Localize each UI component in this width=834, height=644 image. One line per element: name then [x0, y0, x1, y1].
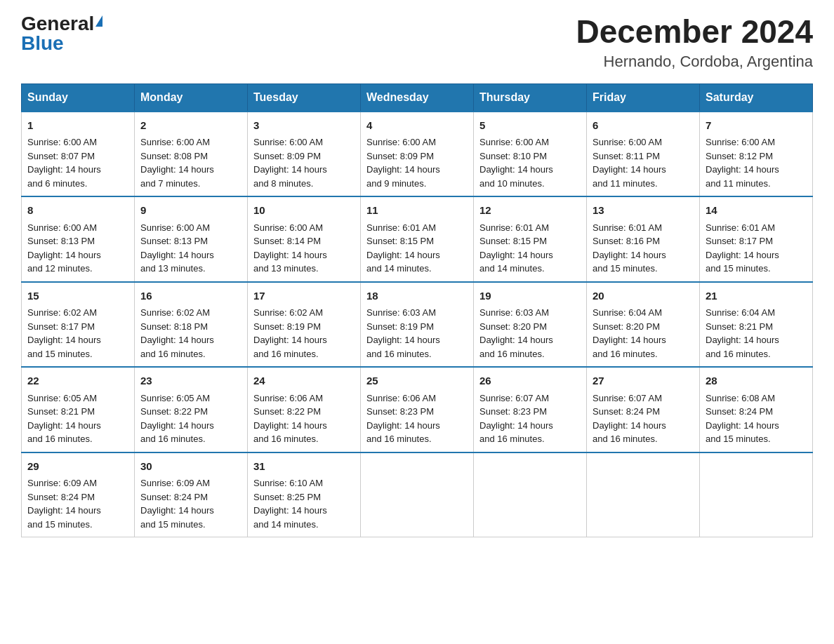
day-cell-9: 9Sunrise: 6:00 AMSunset: 8:13 PMDaylight…	[135, 196, 248, 282]
day-number: 3	[253, 118, 355, 134]
empty-cell	[700, 452, 813, 537]
day-info: Sunrise: 6:03 AMSunset: 8:19 PMDaylight:…	[366, 306, 468, 361]
day-number: 21	[706, 288, 807, 304]
day-info: Sunrise: 6:07 AMSunset: 8:24 PMDaylight:…	[593, 391, 694, 446]
day-cell-1: 1Sunrise: 6:00 AMSunset: 8:07 PMDaylight…	[22, 112, 135, 197]
day-info: Sunrise: 6:00 AMSunset: 8:11 PMDaylight:…	[593, 135, 694, 190]
day-number: 26	[479, 373, 581, 389]
logo: General Blue	[21, 14, 102, 53]
empty-cell	[587, 452, 700, 537]
day-header-monday: Monday	[135, 83, 248, 112]
day-number: 31	[253, 459, 355, 475]
day-number: 17	[253, 288, 355, 304]
day-info: Sunrise: 6:02 AMSunset: 8:19 PMDaylight:…	[253, 306, 355, 361]
day-info: Sunrise: 6:00 AMSunset: 8:09 PMDaylight:…	[366, 135, 468, 190]
day-number: 5	[479, 118, 581, 134]
day-cell-19: 19Sunrise: 6:03 AMSunset: 8:20 PMDayligh…	[474, 282, 587, 368]
day-info: Sunrise: 6:06 AMSunset: 8:22 PMDaylight:…	[253, 391, 355, 446]
day-cell-30: 30Sunrise: 6:09 AMSunset: 8:24 PMDayligh…	[135, 452, 248, 537]
title-section: December 2024 Hernando, Cordoba, Argenti…	[576, 14, 813, 71]
day-info: Sunrise: 6:04 AMSunset: 8:20 PMDaylight:…	[593, 306, 694, 361]
day-info: Sunrise: 6:06 AMSunset: 8:23 PMDaylight:…	[366, 391, 468, 446]
day-header-friday: Friday	[587, 83, 700, 112]
day-cell-20: 20Sunrise: 6:04 AMSunset: 8:20 PMDayligh…	[587, 282, 700, 368]
day-number: 24	[253, 373, 355, 389]
day-info: Sunrise: 6:01 AMSunset: 8:17 PMDaylight:…	[706, 221, 807, 276]
day-cell-14: 14Sunrise: 6:01 AMSunset: 8:17 PMDayligh…	[700, 196, 813, 282]
logo-general: General	[21, 14, 94, 34]
day-number: 11	[366, 203, 468, 219]
day-cell-7: 7Sunrise: 6:00 AMSunset: 8:12 PMDaylight…	[700, 112, 813, 197]
day-number: 20	[593, 288, 694, 304]
day-cell-23: 23Sunrise: 6:05 AMSunset: 8:22 PMDayligh…	[135, 367, 248, 452]
day-info: Sunrise: 6:05 AMSunset: 8:21 PMDaylight:…	[27, 391, 128, 446]
day-number: 18	[366, 288, 468, 304]
month-year-title: December 2024	[576, 14, 813, 50]
day-cell-28: 28Sunrise: 6:08 AMSunset: 8:24 PMDayligh…	[700, 367, 813, 452]
day-info: Sunrise: 6:00 AMSunset: 8:14 PMDaylight:…	[253, 221, 355, 276]
day-cell-3: 3Sunrise: 6:00 AMSunset: 8:09 PMDaylight…	[248, 112, 361, 197]
day-cell-27: 27Sunrise: 6:07 AMSunset: 8:24 PMDayligh…	[587, 367, 700, 452]
day-number: 13	[593, 203, 694, 219]
day-cell-29: 29Sunrise: 6:09 AMSunset: 8:24 PMDayligh…	[22, 452, 135, 537]
day-number: 16	[140, 288, 241, 304]
days-of-week-row: SundayMondayTuesdayWednesdayThursdayFrid…	[22, 83, 813, 112]
week-row-4: 22Sunrise: 6:05 AMSunset: 8:21 PMDayligh…	[22, 367, 813, 452]
day-number: 12	[479, 203, 581, 219]
day-info: Sunrise: 6:09 AMSunset: 8:24 PMDaylight:…	[140, 476, 241, 531]
day-number: 22	[27, 373, 128, 389]
day-cell-18: 18Sunrise: 6:03 AMSunset: 8:19 PMDayligh…	[361, 282, 474, 368]
day-info: Sunrise: 6:09 AMSunset: 8:24 PMDaylight:…	[27, 476, 128, 531]
day-info: Sunrise: 6:01 AMSunset: 8:15 PMDaylight:…	[366, 221, 468, 276]
calendar-table: SundayMondayTuesdayWednesdayThursdayFrid…	[21, 83, 813, 538]
day-number: 19	[479, 288, 581, 304]
day-cell-21: 21Sunrise: 6:04 AMSunset: 8:21 PMDayligh…	[700, 282, 813, 368]
day-info: Sunrise: 6:00 AMSunset: 8:07 PMDaylight:…	[27, 135, 128, 190]
day-info: Sunrise: 6:08 AMSunset: 8:24 PMDaylight:…	[706, 391, 807, 446]
day-cell-13: 13Sunrise: 6:01 AMSunset: 8:16 PMDayligh…	[587, 196, 700, 282]
day-header-thursday: Thursday	[474, 83, 587, 112]
week-row-5: 29Sunrise: 6:09 AMSunset: 8:24 PMDayligh…	[22, 452, 813, 537]
day-cell-17: 17Sunrise: 6:02 AMSunset: 8:19 PMDayligh…	[248, 282, 361, 368]
day-number: 30	[140, 459, 241, 475]
day-info: Sunrise: 6:00 AMSunset: 8:12 PMDaylight:…	[706, 135, 807, 190]
day-cell-8: 8Sunrise: 6:00 AMSunset: 8:13 PMDaylight…	[22, 196, 135, 282]
day-info: Sunrise: 6:00 AMSunset: 8:13 PMDaylight:…	[27, 221, 128, 276]
day-cell-4: 4Sunrise: 6:00 AMSunset: 8:09 PMDaylight…	[361, 112, 474, 197]
day-header-sunday: Sunday	[22, 83, 135, 112]
week-row-3: 15Sunrise: 6:02 AMSunset: 8:17 PMDayligh…	[22, 282, 813, 368]
day-info: Sunrise: 6:01 AMSunset: 8:16 PMDaylight:…	[593, 221, 694, 276]
day-info: Sunrise: 6:00 AMSunset: 8:09 PMDaylight:…	[253, 135, 355, 190]
week-row-2: 8Sunrise: 6:00 AMSunset: 8:13 PMDaylight…	[22, 196, 813, 282]
day-cell-12: 12Sunrise: 6:01 AMSunset: 8:15 PMDayligh…	[474, 196, 587, 282]
logo-blue: Blue	[21, 32, 64, 54]
day-cell-2: 2Sunrise: 6:00 AMSunset: 8:08 PMDaylight…	[135, 112, 248, 197]
day-info: Sunrise: 6:00 AMSunset: 8:08 PMDaylight:…	[140, 135, 241, 190]
day-info: Sunrise: 6:05 AMSunset: 8:22 PMDaylight:…	[140, 391, 241, 446]
day-cell-26: 26Sunrise: 6:07 AMSunset: 8:23 PMDayligh…	[474, 367, 587, 452]
day-info: Sunrise: 6:04 AMSunset: 8:21 PMDaylight:…	[706, 306, 807, 361]
empty-cell	[361, 452, 474, 537]
day-info: Sunrise: 6:00 AMSunset: 8:10 PMDaylight:…	[479, 135, 581, 190]
day-number: 9	[140, 203, 241, 219]
day-cell-25: 25Sunrise: 6:06 AMSunset: 8:23 PMDayligh…	[361, 367, 474, 452]
day-number: 4	[366, 118, 468, 134]
day-header-wednesday: Wednesday	[361, 83, 474, 112]
day-info: Sunrise: 6:02 AMSunset: 8:18 PMDaylight:…	[140, 306, 241, 361]
page-header: General Blue December 2024 Hernando, Cor…	[21, 14, 813, 71]
day-info: Sunrise: 6:01 AMSunset: 8:15 PMDaylight:…	[479, 221, 581, 276]
day-cell-16: 16Sunrise: 6:02 AMSunset: 8:18 PMDayligh…	[135, 282, 248, 368]
day-info: Sunrise: 6:07 AMSunset: 8:23 PMDaylight:…	[479, 391, 581, 446]
empty-cell	[474, 452, 587, 537]
day-info: Sunrise: 6:03 AMSunset: 8:20 PMDaylight:…	[479, 306, 581, 361]
day-number: 15	[27, 288, 128, 304]
day-number: 14	[706, 203, 807, 219]
day-cell-24: 24Sunrise: 6:06 AMSunset: 8:22 PMDayligh…	[248, 367, 361, 452]
day-info: Sunrise: 6:00 AMSunset: 8:13 PMDaylight:…	[140, 221, 241, 276]
week-row-1: 1Sunrise: 6:00 AMSunset: 8:07 PMDaylight…	[22, 112, 813, 197]
day-number: 25	[366, 373, 468, 389]
day-number: 6	[593, 118, 694, 134]
day-cell-5: 5Sunrise: 6:00 AMSunset: 8:10 PMDaylight…	[474, 112, 587, 197]
day-header-saturday: Saturday	[700, 83, 813, 112]
day-number: 8	[27, 203, 128, 219]
